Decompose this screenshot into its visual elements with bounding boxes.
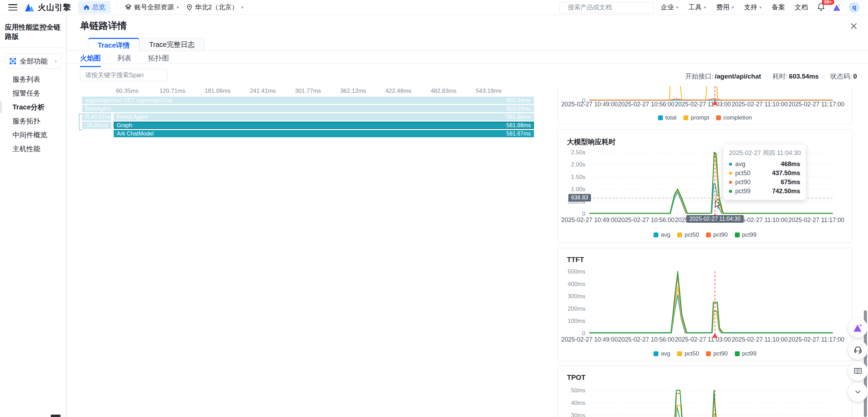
chart-legend: avgpct50pct90pct99: [558, 231, 852, 238]
nav-menu-item[interactable]: 工具∨: [689, 3, 707, 12]
series-dot-icon: [729, 190, 732, 193]
user-avatar[interactable]: q: [849, 2, 860, 13]
legend-swatch: [735, 232, 740, 237]
product-search-box[interactable]: [559, 2, 654, 13]
notifications-button[interactable]: 99+: [817, 2, 825, 12]
tab-Trace详情[interactable]: Trace详情: [88, 38, 139, 52]
nav-menu-item[interactable]: 支持∨: [744, 3, 762, 12]
product-search-input[interactable]: [567, 3, 649, 11]
threshold-badge: 638.83: [568, 194, 591, 202]
subtab-拓扑图[interactable]: 拓扑图: [148, 54, 169, 67]
sidebar-item-Trace分析[interactable]: Trace分析: [0, 100, 66, 114]
sidebar-item-服务拓扑[interactable]: 服务拓扑: [0, 114, 66, 128]
legend-label: pct90: [713, 231, 728, 238]
nav-menu-item[interactable]: 费用∨: [716, 3, 734, 12]
hamburger-menu-icon[interactable]: [8, 4, 17, 10]
nav-menu-item-label: 文档: [795, 3, 808, 12]
flame-span-bar[interactable]: EinoAgent603.03ms: [82, 105, 534, 112]
legend-swatch: [677, 232, 682, 237]
flame-row: R.40.91msReAct Agent561.66ms: [82, 113, 534, 121]
subtab-火焰图[interactable]: 火焰图: [80, 54, 101, 67]
sidebar-item-主机性能[interactable]: 主机性能: [0, 142, 66, 156]
legend-item-pct90[interactable]: pct90: [706, 350, 728, 357]
legend-item-pct99[interactable]: pct99: [735, 231, 757, 238]
x-axis-tick: 2025-02-27 11:10:00: [732, 101, 788, 108]
chart-title: 大模型响应耗时: [567, 137, 616, 147]
all-functions-button[interactable]: 全部功能 ›: [5, 54, 61, 69]
close-icon[interactable]: [849, 21, 859, 31]
chart-legend: avgpct50pct90pct99: [558, 350, 852, 357]
tooltip-row: pct99742.50ms: [729, 187, 800, 196]
legend-item-pct99[interactable]: pct99: [735, 350, 757, 357]
tooltip-row: pct90675ms: [729, 178, 800, 187]
region-selector[interactable]: 华北2（北京） ∨: [186, 3, 244, 12]
flame-row: EinoAgent603.03ms: [82, 105, 534, 112]
span-duration: 561.68ms: [506, 122, 531, 129]
legend-item-prompt[interactable]: prompt: [683, 114, 709, 121]
span-duration: 603.54ms: [506, 97, 531, 104]
nav-menu-item-label: 备案: [772, 3, 785, 12]
flame-span-bar[interactable]: Graph561.68ms: [114, 122, 534, 129]
series-pct50: [590, 287, 833, 333]
sidebar-menu: 服务列表报警任务Trace分析服务拓扑中间件概览主机性能: [0, 72, 66, 156]
legend-item-avg[interactable]: avg: [654, 231, 670, 238]
flame-span-bar-small[interactable]: R.40.91ms: [82, 113, 111, 121]
span-label: ReAct Agent: [117, 114, 148, 120]
flame-axis-tick: 60.35ms: [116, 88, 138, 95]
span-duration: 40.91ms: [91, 114, 111, 120]
legend-swatch: [654, 351, 658, 356]
sidebar-item-报警任务[interactable]: 报警任务: [0, 86, 66, 100]
sidebar-collapse-handle[interactable]: [51, 415, 60, 417]
region-label: 华北2（北京）: [195, 3, 238, 12]
span-search-input[interactable]: [84, 71, 167, 79]
legend-label: pct50: [684, 350, 699, 357]
chart-tooltip: 2025-02-27 周四 11:04:30avg468mspct50437.5…: [723, 145, 806, 200]
support-button[interactable]: [848, 340, 868, 360]
x-axis-tick: 2025-02-27 11:17:00: [788, 101, 844, 108]
legend-label: completion: [723, 114, 752, 121]
flame-span-bar[interactable]: ReAct Agent561.66ms: [114, 113, 534, 121]
page-title: 单链路详情: [80, 19, 127, 32]
logo-text: 火山引擎: [38, 2, 71, 13]
span-search-box[interactable]: [80, 69, 168, 81]
tooltip-series-value: 742.50ms: [772, 188, 800, 195]
tooltip-series-name: pct99: [735, 188, 751, 195]
nav-menu-item[interactable]: 文档: [795, 3, 808, 12]
nav-menu-item[interactable]: 备案: [772, 3, 785, 12]
legend-item-avg[interactable]: avg: [654, 350, 670, 357]
overview-button[interactable]: 总览: [78, 1, 111, 14]
flame-row: Ark ChatModel561.67ms: [82, 130, 534, 137]
flame-span-bar-small[interactable]: .35.85ms: [82, 122, 111, 129]
tab-Trace完整日志[interactable]: Trace完整日志: [139, 38, 204, 51]
nav-menu-item[interactable]: 企业∨: [661, 3, 679, 12]
axis-hover-badge: 2025-02-27 11:04:30: [686, 215, 744, 223]
series-dot-icon: [729, 172, 732, 175]
legend-item-pct90[interactable]: pct90: [706, 231, 728, 238]
legend-item-completion[interactable]: completion: [716, 114, 752, 121]
tooltip-series-value: 437.50ms: [772, 170, 800, 177]
account-resource-selector[interactable]: 账号全部资源 ∨: [125, 3, 179, 12]
flame-axis-tick: 301.77ms: [295, 88, 321, 95]
ai-assistant-button[interactable]: [848, 318, 868, 337]
legend-swatch: [706, 232, 711, 237]
flame-span-bar[interactable]: Ark ChatModel561.67ms: [114, 130, 534, 137]
sidebar-item-中间件概览[interactable]: 中间件概览: [0, 128, 66, 142]
open-book-icon: [853, 366, 863, 376]
legend-item-total[interactable]: total: [658, 114, 676, 121]
volcengine-logo[interactable]: 火山引擎: [24, 2, 71, 13]
series-dot-icon: [729, 163, 732, 166]
collapse-fabs-button[interactable]: [848, 382, 868, 402]
subtab-列表[interactable]: 列表: [117, 54, 131, 67]
legend-item-pct50[interactable]: pct50: [677, 350, 699, 357]
sidebar-item-服务列表[interactable]: 服务列表: [0, 72, 66, 86]
start-api-label: 开始接口:: [685, 72, 713, 81]
ai-assistant-nav-icon[interactable]: [832, 3, 842, 12]
flame-axis-tick: 482.83ms: [431, 88, 457, 95]
series-pct99: [590, 390, 833, 417]
nav-menu-item-label: 工具: [689, 3, 702, 12]
flame-span-bar[interactable]: /agent/api/chat GET /agent/api/chat603.5…: [82, 97, 534, 104]
flame-row: /agent/api/chat GET /agent/api/chat603.5…: [82, 97, 534, 104]
span-label: Graph: [117, 122, 132, 129]
documentation-button[interactable]: [848, 361, 868, 381]
legend-item-pct50[interactable]: pct50: [677, 231, 699, 238]
